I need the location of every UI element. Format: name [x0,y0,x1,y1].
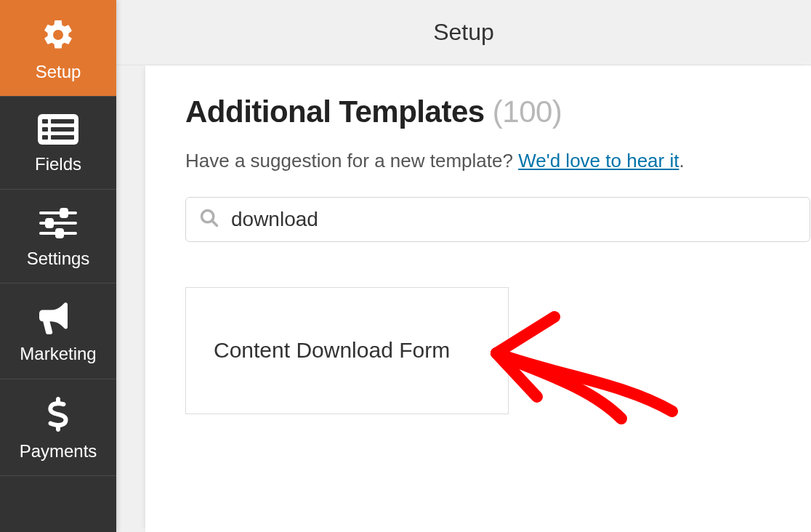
app-root: Setup Fields Settings Marketing [0,0,811,532]
sidebar-item-marketing[interactable]: Marketing [0,283,116,379]
sliders-icon [39,207,77,239]
main-area: Setup Additional Templates (100) Have a … [116,0,811,532]
sidebar-nav: Setup Fields Settings Marketing [0,0,116,532]
svg-rect-10 [47,219,52,227]
dollar-icon [47,397,69,432]
sidebar-item-label: Fields [35,155,81,174]
bullhorn-icon [39,301,77,334]
sidebar-item-settings[interactable]: Settings [0,190,116,283]
svg-rect-12 [57,230,62,237]
svg-rect-1 [42,119,48,124]
template-search[interactable] [185,197,810,242]
suggestion-text: Have a suggestion for a new template? [185,150,518,172]
content-panel: Additional Templates (100) Have a sugges… [145,65,811,532]
templates-heading-text: Additional Templates [185,94,485,129]
svg-line-14 [212,221,217,225]
svg-rect-5 [42,135,48,140]
search-icon [199,208,219,231]
list-icon [38,114,78,145]
suggestion-link[interactable]: We'd love to hear it [518,150,679,172]
sidebar-item-payments[interactable]: Payments [0,379,116,476]
search-input[interactable] [231,208,796,231]
sidebar-item-fields[interactable]: Fields [0,97,116,189]
svg-rect-3 [42,127,48,132]
svg-rect-8 [61,209,67,217]
sidebar-item-label: Settings [27,249,90,268]
template-title: Content Download Form [214,336,450,366]
sidebar-item-label: Setup [36,63,81,81]
sidebar-item-label: Marketing [20,344,96,363]
templates-count: (100) [493,94,562,129]
svg-rect-6 [51,135,74,140]
sidebar-item-label: Payments [20,442,97,461]
sidebar-item-setup[interactable]: Setup [0,0,116,97]
templates-heading: Additional Templates (100) [185,94,811,129]
suggestion-line: Have a suggestion for a new template? We… [185,150,811,172]
svg-rect-2 [51,119,74,124]
gear-icon [41,17,76,52]
suggestion-suffix: . [679,150,684,172]
page-header: Setup [116,0,811,65]
page-title: Setup [433,19,494,46]
template-card[interactable]: Content Download Form [185,287,509,414]
svg-rect-4 [51,127,74,132]
